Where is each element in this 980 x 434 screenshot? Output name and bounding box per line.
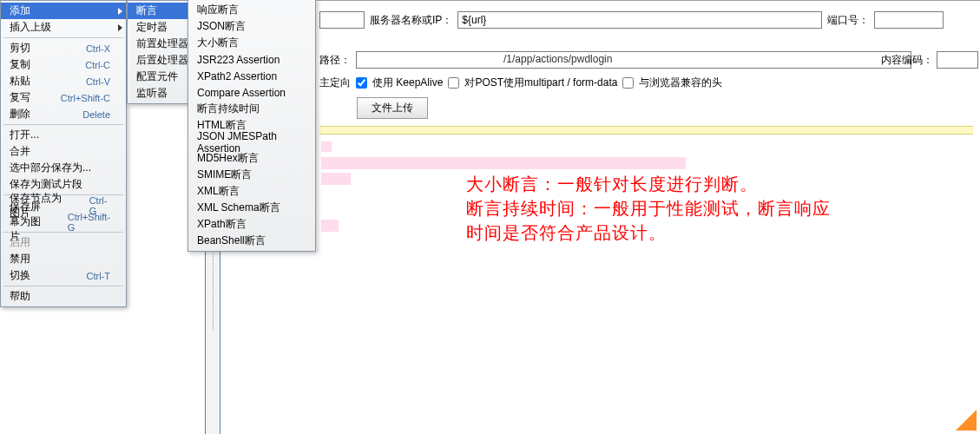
encoding-label: 内容编码： (881, 53, 933, 68)
encoding-input[interactable] (937, 51, 978, 69)
assertion-item[interactable]: 断言持续时间 (188, 101, 315, 117)
server-label: 服务器名称或IP： (370, 13, 452, 28)
menu-item-enable: 启用 (1, 234, 126, 251)
assertion-item[interactable]: SMIME断言 (188, 167, 315, 183)
menu-item-delete[interactable]: 删除Delete (1, 106, 126, 122)
port-label: 端口号： (827, 13, 869, 28)
assertion-item[interactable]: 大小断言 (188, 35, 315, 51)
assertion-item[interactable]: JSON JMESPath Assertion (188, 134, 315, 150)
port-input[interactable] (874, 11, 944, 29)
annotation-line-2: 断言持续时间：一般用于性能测试，断言响应 (466, 196, 831, 220)
menu-separator (3, 286, 123, 286)
menu-item-insert-parent[interactable]: 插入上级 (1, 19, 126, 36)
protocol-input[interactable] (319, 11, 365, 29)
chevron-right-icon (118, 24, 122, 31)
keepalive-label: 使用 KeepAlive (372, 76, 443, 90)
menu-separator (3, 37, 123, 38)
assertion-item[interactable]: 响应断言 (188, 2, 315, 18)
menu-item-save-selection[interactable]: 选中部分保存为... (1, 160, 126, 176)
menu-separator (3, 124, 123, 125)
menu-item-open[interactable]: 打开... (1, 127, 126, 143)
chevron-right-icon (118, 8, 122, 15)
annotation-text: 大小断言：一般针对长度进行判断。 断言持续时间：一般用于性能测试，断言响应 时间… (466, 172, 831, 245)
assertion-item[interactable]: XPath2 Assertion (188, 68, 315, 84)
annotation-line-1: 大小断言：一般针对长度进行判断。 (466, 172, 831, 196)
path-input[interactable] (356, 51, 911, 69)
path-label: 路径： (319, 53, 351, 68)
browser-label: 与浏览器兼容的头 (639, 76, 722, 90)
menu-item-paste[interactable]: 粘贴Ctrl-V (1, 73, 126, 89)
redirect-label: 主定向 (319, 76, 351, 90)
assertion-item[interactable]: XML断言 (188, 183, 315, 200)
menu-item-duplicate[interactable]: 复写Ctrl+Shift-C (1, 89, 126, 106)
context-menu[interactable]: 添加 插入上级 剪切Ctrl-X 复制Ctrl-C 粘贴Ctrl-V 复写Ctr… (0, 0, 127, 307)
assertion-submenu[interactable]: 响应断言 JSON断言 大小断言 JSR223 Assertion XPath2… (187, 0, 316, 252)
path-value: /1/app/actions/pwdlogin (503, 53, 612, 65)
assertion-item[interactable]: JSON断言 (188, 18, 315, 35)
assertion-item[interactable]: JSR223 Assertion (188, 51, 315, 68)
menu-item-add[interactable]: 添加 (1, 3, 126, 19)
browser-checkbox[interactable] (622, 77, 634, 89)
page-corner-icon (956, 410, 977, 431)
menu-item-toggle[interactable]: 切换Ctrl-T (1, 267, 126, 284)
menu-item-help[interactable]: 帮助 (1, 288, 126, 305)
multipart-label: 对POST使用multipart / form-data (464, 76, 617, 90)
annotation-line-3: 时间是否符合产品设计。 (466, 220, 831, 245)
table-header-bar (319, 126, 973, 135)
menu-item-copy[interactable]: 复制Ctrl-C (1, 56, 126, 73)
assertion-item[interactable]: XML Schema断言 (188, 200, 315, 216)
assertion-item[interactable]: XPath断言 (188, 216, 315, 233)
menu-item-disable[interactable]: 禁用 (1, 251, 126, 267)
menu-item-merge[interactable]: 合并 (1, 143, 126, 160)
menu-item-save-screen-img[interactable]: 保存屏幕为图片Ctrl+Shift-G (1, 214, 126, 230)
menu-item-cut[interactable]: 剪切Ctrl-X (1, 40, 126, 56)
multipart-checkbox[interactable] (448, 77, 459, 89)
assertion-item[interactable]: Compare Assertion (188, 84, 315, 101)
keepalive-checkbox[interactable] (356, 77, 367, 89)
tab-file-upload[interactable]: 文件上传 (357, 97, 428, 119)
assertion-item[interactable]: MD5Hex断言 (188, 150, 315, 167)
assertion-item[interactable]: BeanShell断言 (188, 233, 315, 249)
server-input[interactable] (457, 11, 822, 29)
